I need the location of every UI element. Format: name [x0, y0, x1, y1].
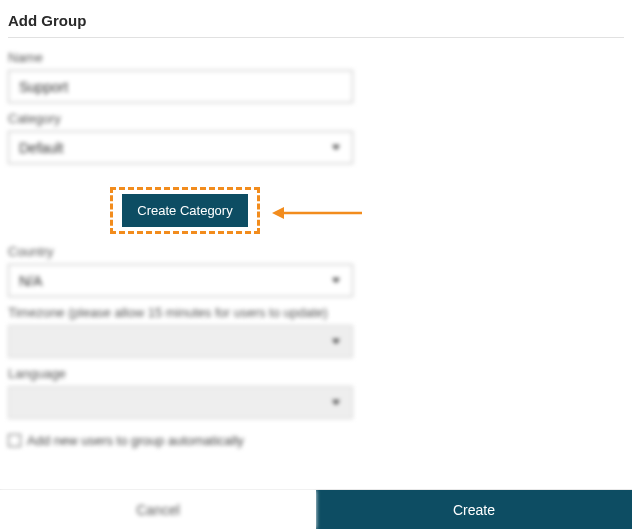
name-input-value: Support — [19, 79, 68, 95]
country-label: Country — [8, 244, 624, 259]
callout-arrow-icon — [272, 206, 362, 220]
chevron-down-icon — [332, 145, 340, 150]
dialog-footer: Cancel Create — [0, 489, 632, 529]
auto-add-checkbox-row[interactable]: Add new users to group automatically — [8, 433, 624, 448]
name-input[interactable]: Support — [8, 70, 353, 103]
language-label: Language — [8, 366, 624, 381]
create-category-button[interactable]: Create Category — [122, 194, 247, 227]
chevron-down-icon — [332, 339, 340, 344]
form-body: Name Support Category Default Country N/… — [8, 50, 624, 448]
spacer — [8, 164, 624, 236]
dialog-title: Add Group — [8, 8, 624, 37]
chevron-down-icon — [332, 278, 340, 283]
checkbox-icon[interactable] — [8, 434, 21, 447]
svg-marker-1 — [272, 207, 284, 219]
category-select[interactable]: Default — [8, 131, 353, 164]
divider — [8, 37, 624, 38]
callout-highlight: Create Category — [110, 187, 260, 234]
create-button[interactable]: Create — [316, 490, 632, 529]
country-select-value: N/A — [19, 273, 42, 289]
category-label: Category — [8, 111, 624, 126]
timezone-label: Timezone (please allow 15 minutes for us… — [8, 305, 624, 320]
cancel-button[interactable]: Cancel — [0, 490, 316, 529]
name-label: Name — [8, 50, 624, 65]
language-select[interactable] — [8, 386, 353, 419]
auto-add-checkbox-label: Add new users to group automatically — [27, 433, 244, 448]
timezone-select[interactable] — [8, 325, 353, 358]
chevron-down-icon — [332, 400, 340, 405]
category-select-value: Default — [19, 140, 63, 156]
country-select[interactable]: N/A — [8, 264, 353, 297]
